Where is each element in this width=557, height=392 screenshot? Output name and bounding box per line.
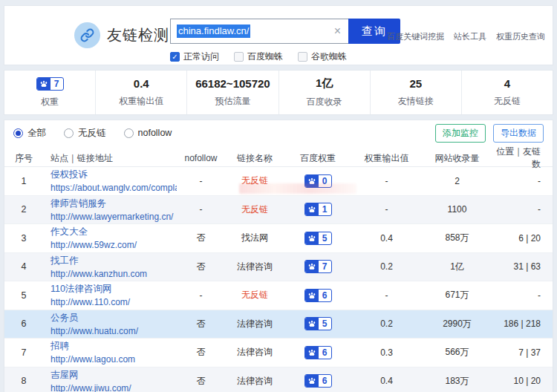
baidu-paw-icon — [305, 203, 319, 216]
col-site-url: 站点｜链接地址 — [43, 152, 177, 165]
site-name-link[interactable]: 律师营销服务 — [51, 197, 177, 210]
site-cell: 侵权投诉https://about.wanglv.com/complaint/g… — [43, 169, 177, 193]
site-name-link[interactable]: 作文大全 — [51, 226, 177, 238]
baidu-weight-cell: 6 — [284, 289, 351, 302]
baidu-paw-icon — [305, 260, 319, 273]
baidu-weight-cell: 5 — [284, 232, 351, 245]
radio-icon — [64, 128, 74, 138]
position-links: 7 | 37 — [492, 347, 553, 358]
table-row: 4找工作http://www.kanzhun.com否法律咨询70.21亿31 … — [4, 253, 553, 282]
search-input[interactable]: china.findlaw.cn/ × — [170, 19, 348, 44]
radio-nofollow[interactable]: nofollow — [124, 128, 172, 138]
search-value: china.findlaw.cn/ — [177, 24, 250, 38]
stat-label: 预估流量 — [215, 95, 250, 108]
site-indexed: 1亿 — [422, 261, 492, 273]
baidu-weight-cell: 6 — [284, 346, 351, 359]
site-indexed: 1100 — [422, 204, 492, 215]
baidu-weight-badge: 6 — [304, 374, 332, 388]
nofollow-value: - — [177, 290, 225, 301]
col-index: 序号 — [4, 152, 43, 165]
nofollow-value: 否 — [177, 375, 225, 388]
site-cell: 公务员http://www.huatu.com/ — [43, 312, 177, 336]
position-links: - — [492, 204, 553, 215]
col-weight-output: 权重输出值 — [351, 152, 422, 165]
baidu-weight-badge: 5 — [304, 317, 332, 330]
radio-label: 全部 — [27, 127, 46, 140]
baidu-weight-badge: 6 — [304, 289, 332, 302]
row-index: 8 — [4, 376, 43, 386]
site-url-link[interactable]: https://about.wanglv.com/complaint/ge — [51, 183, 177, 193]
link-name: 无反链 — [225, 174, 284, 187]
nofollow-value: 否 — [177, 318, 225, 330]
radio-label: nofollow — [138, 128, 172, 138]
radio-all[interactable]: 全部 — [13, 127, 46, 140]
stat-friend-links: 25 友情链接 — [370, 71, 461, 114]
site-name-link[interactable]: 侵权投诉 — [51, 169, 177, 181]
badge-number: 1 — [319, 204, 331, 215]
baidu-weight-cell: 7 — [284, 260, 351, 273]
site-url-link[interactable]: http://www.59wz.com/ — [51, 240, 177, 250]
checkbox-label: 百度蜘蛛 — [247, 50, 283, 63]
site-indexed: 858万 — [422, 232, 492, 244]
stat-weight: 7 权重 — [4, 71, 95, 114]
site-cell: 作文大全http://www.59wz.com/ — [43, 226, 177, 250]
weight-output: - — [351, 290, 422, 301]
baidu-weight-badge: 7 — [36, 77, 64, 91]
weight-output: 0.2 — [351, 318, 422, 329]
site-cell: 吉屋网http://www.jiwu.com/ — [43, 369, 177, 392]
top-links: 百度关键词挖掘 站长工具 权重历史查询 — [387, 31, 545, 42]
site-url-link[interactable]: http://www.lawyermarketing.cn/ — [51, 212, 177, 222]
link-baidu-keywords[interactable]: 百度关键词挖掘 — [387, 31, 444, 42]
badge-number: 6 — [319, 376, 331, 386]
site-url-link[interactable]: http://www.kanzhun.com — [51, 269, 177, 279]
link-webmaster-tools[interactable]: 站长工具 — [454, 31, 486, 42]
stats-card: 7 权重 0.4 权重输出值 66182~105720 预估流量 1亿 百度收录… — [4, 70, 553, 115]
site-indexed: 566万 — [422, 346, 492, 359]
header-card: 友链检测 china.findlaw.cn/ × 查询 ✓ 正常访问 ✓ 百度蜘… — [4, 5, 553, 65]
radio-no-backlink[interactable]: 无反链 — [64, 127, 106, 140]
stat-label: 无反链 — [494, 95, 521, 108]
baidu-weight-cell: 6 — [284, 374, 351, 388]
site-name-link[interactable]: 110法律咨询网 — [51, 283, 177, 295]
table-row: 7招聘http://www.lagou.com否法律咨询60.3566万7 | … — [4, 339, 553, 368]
site-indexed: 2990万 — [422, 318, 492, 330]
clear-icon[interactable]: × — [333, 24, 342, 39]
export-data-button[interactable]: 导出数据 — [493, 124, 544, 143]
site-name-link[interactable]: 招聘 — [51, 340, 177, 353]
link-name: 法律咨询 — [225, 375, 284, 388]
badge-number: 6 — [319, 347, 331, 358]
site-url-link[interactable]: http://www.huatu.com/ — [51, 326, 177, 336]
radio-icon — [124, 128, 134, 138]
stat-value: 1亿 — [316, 76, 333, 91]
position-links: - — [492, 290, 553, 301]
checkbox-normal-access[interactable]: ✓ 正常访问 — [170, 50, 219, 63]
stat-value: 0.4 — [134, 77, 149, 90]
stat-weight-output: 0.4 权重输出值 — [95, 71, 186, 114]
weight-output: 0.4 — [351, 233, 422, 244]
position-links: 10 | 20 — [492, 376, 553, 386]
app-brand[interactable]: 友链检测 — [74, 22, 169, 48]
checkbox-icon: ✓ — [298, 52, 307, 62]
nofollow-value: - — [177, 176, 225, 186]
table-row: 5110法律咨询网http://www.110.com/-无反链6-671万- — [4, 281, 553, 310]
checkbox-google-spider[interactable]: ✓ 谷歌蜘蛛 — [298, 50, 347, 63]
checkbox-baidu-spider[interactable]: ✓ 百度蜘蛛 — [234, 50, 283, 63]
site-url-link[interactable]: http://www.110.com/ — [51, 297, 177, 307]
site-cell: 找工作http://www.kanzhun.com — [43, 255, 177, 279]
site-name-link[interactable]: 找工作 — [51, 255, 177, 267]
baidu-paw-icon — [305, 374, 319, 388]
stat-baidu-indexed: 1亿 百度收录 — [278, 71, 370, 114]
row-index: 7 — [4, 347, 43, 358]
site-name-link[interactable]: 吉屋网 — [51, 369, 177, 382]
site-url-link[interactable]: http://www.jiwu.com/ — [51, 383, 177, 392]
link-name: 无反链 — [225, 289, 284, 301]
position-links: 186 | 218 — [492, 318, 553, 329]
site-indexed: 671万 — [422, 289, 492, 301]
add-monitor-button[interactable]: 添加监控 — [435, 124, 486, 143]
badge-number: 7 — [319, 261, 331, 272]
link-weight-history[interactable]: 权重历史查询 — [496, 31, 545, 42]
site-name-link[interactable]: 公务员 — [51, 312, 177, 324]
table-row: 1侵权投诉https://about.wanglv.com/complaint/… — [4, 167, 553, 196]
site-url-link[interactable]: http://www.lagou.com — [51, 354, 177, 365]
weight-output: 0.4 — [351, 376, 422, 386]
